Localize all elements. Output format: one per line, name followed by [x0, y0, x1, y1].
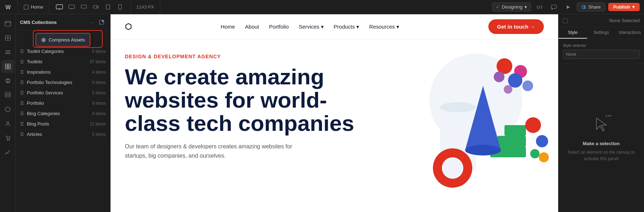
nav-cta-button[interactable]: Get in touch →	[488, 19, 544, 34]
share-icon: 👤	[581, 5, 586, 9]
toolbar-right-actions: ✓ Designing ▾ 👤 Share Publish ▾	[488, 0, 644, 14]
app-logo: W	[0, 0, 18, 14]
hero-description: Our team of designers & developers creat…	[125, 142, 297, 160]
desktop-btn[interactable]	[66, 1, 77, 13]
comment-btn[interactable]	[548, 1, 560, 13]
tab-interactions[interactable]: Interactions	[615, 27, 644, 39]
mobile-btn[interactable]	[114, 1, 126, 13]
collection-db-icon: ☰	[20, 132, 24, 137]
nav-products[interactable]: Products ▾	[334, 24, 359, 30]
svg-point-57	[522, 80, 533, 91]
nav-resources[interactable]: Resources ▾	[369, 24, 399, 30]
rail-ecommerce-icon[interactable]	[1, 132, 14, 144]
cms-collection-list: ☰ Toolkit Categories 5 items ☰ Toolkits …	[16, 30, 110, 212]
chevron-down-icon: ▾	[525, 4, 527, 10]
svg-rect-20	[5, 21, 11, 26]
svg-marker-36	[5, 107, 10, 112]
collection-name: Toolkit Categories	[27, 49, 89, 54]
list-item[interactable]: ☰ Inspirations 4 items	[16, 67, 110, 77]
svg-point-60	[536, 135, 548, 147]
rail-add-icon[interactable]	[1, 31, 14, 44]
collection-count: 5 items	[92, 90, 106, 95]
designing-mode-btn[interactable]: ✓ Designing ▾	[492, 3, 531, 11]
collection-name: Articles	[27, 132, 89, 137]
collection-db-icon: ☰	[20, 80, 24, 85]
list-item[interactable]: ☰ Blog Categories 4 items	[16, 108, 110, 119]
collection-db-icon: ☰	[20, 122, 24, 127]
breakpoint-btn[interactable]	[90, 1, 102, 13]
list-item[interactable]: ☰ Articles 5 items	[16, 129, 110, 139]
style-selector-input[interactable]: None	[563, 50, 640, 59]
loading-dots	[606, 115, 611, 117]
hero-illustration	[394, 36, 558, 208]
main-layout: CMS Collections ··· + ⊕ Compress Assets …	[0, 14, 644, 212]
svg-point-59	[525, 117, 541, 133]
tablet-btn[interactable]	[102, 1, 114, 13]
list-item[interactable]: ☰ Portfolio Services 5 items	[16, 88, 110, 98]
make-selection-title: Make a selection	[583, 141, 620, 146]
svg-text:+: +	[102, 20, 104, 22]
rail-layers-icon[interactable]	[1, 46, 14, 59]
nav-portfolio[interactable]: Portfolio	[269, 24, 289, 30]
icon-rail	[0, 14, 16, 212]
svg-text:👤: 👤	[582, 5, 586, 9]
collection-count: 97 items	[90, 59, 106, 64]
home-label: Home	[31, 4, 43, 10]
list-item[interactable]: ☰ Blog Posts 21 items	[16, 119, 110, 129]
collection-count: 5 items	[92, 132, 106, 137]
collection-name: Inspirations	[27, 69, 89, 75]
collection-db-icon: ☰	[20, 90, 24, 95]
nav-home[interactable]: Home	[221, 24, 235, 30]
preview-hero: DESIGN & DEVELOPMENT AGENCY We create am…	[111, 39, 558, 212]
cms-panel-title: CMS Collections	[20, 20, 57, 25]
compress-assets-button[interactable]: ⊕ Compress Assets	[35, 33, 91, 47]
rail-styles-icon[interactable]	[1, 74, 14, 87]
top-toolbar: W Home 1143 PX ✓ Designing	[0, 0, 644, 14]
desktop-large-btn[interactable]	[54, 1, 65, 13]
make-selection-area: Make a selection Select an element on th…	[558, 64, 644, 212]
desktop-small-btn[interactable]	[78, 1, 89, 13]
collection-db-icon: ☰	[20, 49, 24, 54]
collection-name: Portfolio	[27, 100, 89, 106]
cms-more-icon[interactable]: ···	[87, 18, 96, 26]
rail-pages-icon[interactable]	[1, 17, 14, 30]
style-selector-section: Style selector None	[558, 39, 644, 64]
tab-settings[interactable]: Settings	[587, 27, 616, 39]
svg-rect-16	[551, 5, 556, 9]
list-item[interactable]: ☰ Portfolio 9 items	[16, 98, 110, 108]
svg-rect-9	[93, 5, 97, 8]
svg-line-15	[539, 6, 540, 9]
nav-about[interactable]: About	[245, 24, 259, 30]
home-button[interactable]: Home	[18, 0, 49, 14]
cursor-icon-area	[591, 114, 612, 135]
collection-count: 4 items	[92, 70, 106, 75]
checkmark-icon: ✓	[496, 4, 500, 10]
svg-rect-28	[5, 64, 8, 66]
list-item[interactable]: ☰ Toolkit Categories 5 items	[16, 46, 110, 56]
svg-point-52	[465, 145, 501, 156]
svg-point-37	[7, 122, 9, 124]
publish-chevron-icon: ▾	[632, 4, 635, 10]
publish-button[interactable]: Publish ▾	[608, 3, 640, 11]
svg-point-38	[7, 139, 8, 140]
preview-btn[interactable]	[562, 1, 574, 13]
list-item[interactable]: ☰ Toolkits 97 items	[16, 56, 110, 67]
svg-rect-34	[5, 93, 10, 94]
tab-style[interactable]: Style	[558, 27, 587, 39]
rail-analytics-icon[interactable]	[1, 146, 14, 159]
share-button[interactable]: 👤 Share	[577, 3, 605, 11]
cms-add-icon[interactable]: +	[97, 18, 106, 26]
none-selected-label: None Selected	[609, 18, 640, 23]
rail-assets-icon[interactable]	[1, 103, 14, 116]
rail-components-icon[interactable]	[1, 60, 14, 73]
right-panel-tabs: Style Settings Interactions	[558, 27, 644, 39]
collection-db-icon: ☰	[20, 111, 24, 116]
cursor-icon	[595, 117, 608, 132]
rail-cms-icon[interactable]	[1, 89, 14, 102]
list-item[interactable]: ☰ Portfolio Technologies 9 items	[16, 77, 110, 88]
code-btn[interactable]	[534, 1, 545, 13]
cms-panel: CMS Collections ··· + ⊕ Compress Assets …	[16, 14, 111, 212]
site-logo-text: ⬡	[125, 22, 131, 31]
nav-services[interactable]: Services ▾	[299, 24, 324, 30]
rail-users-icon[interactable]	[1, 117, 14, 130]
